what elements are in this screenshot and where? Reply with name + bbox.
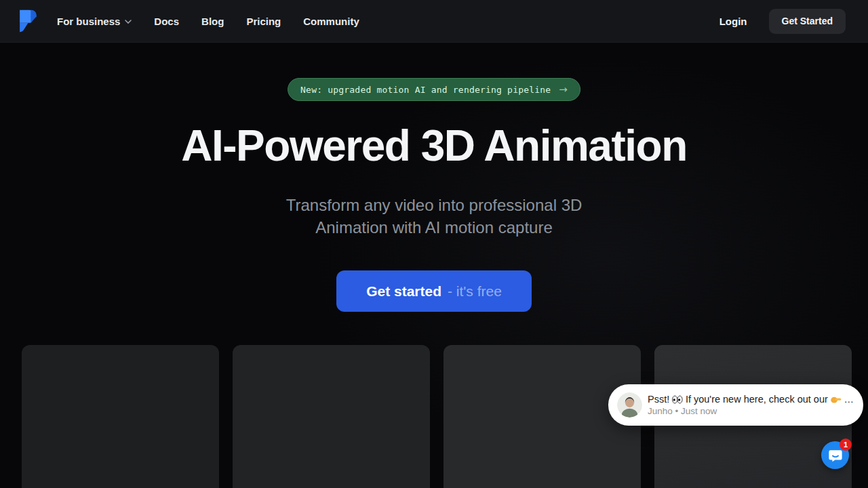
logo-shape-facet (31, 10, 37, 23)
nav-item-blog[interactable]: Blog (201, 16, 224, 27)
nav-item-for-business[interactable]: For business (57, 16, 132, 27)
get-started-nav-button[interactable]: Get Started (769, 9, 846, 34)
unread-count-badge: 1 (840, 439, 852, 451)
chat-bubble-icon (828, 448, 843, 463)
avatar (617, 392, 642, 418)
chat-launcher-button[interactable]: 1 (821, 441, 849, 469)
page-title: AI-Powered 3D Animation (0, 119, 868, 172)
subtitle-line-2: Animation with AI motion capture (0, 216, 868, 239)
cta-secondary-label: - it's free (448, 283, 502, 300)
announcement-text: New: upgraded motion AI and rendering pi… (300, 85, 551, 95)
pointing-right-emoji-icon (831, 395, 842, 404)
logo-shape-tail (20, 23, 28, 32)
chevron-down-icon (125, 20, 132, 24)
login-link[interactable]: Login (719, 16, 747, 27)
nav-links: For business Docs Blog Pricing Community (57, 16, 359, 27)
nav-item-pricing[interactable]: Pricing (246, 16, 281, 27)
arrow-right-icon: → (559, 83, 568, 96)
get-started-cta-button[interactable]: Get started - it's free (336, 270, 532, 312)
top-nav: For business Docs Blog Pricing Community… (0, 0, 868, 43)
nav-item-docs[interactable]: Docs (154, 16, 179, 27)
page-subtitle: Transform any video into professional 3D… (0, 194, 868, 239)
chat-message-prefix: Psst! (648, 394, 669, 405)
logo-shape-main (20, 10, 32, 23)
chat-message-ellipsis: … (844, 394, 854, 405)
subtitle-line-1: Transform any video into professional 3D (0, 194, 868, 216)
eyes-emoji-icon (672, 395, 683, 404)
chat-message-popup[interactable]: Psst! If you're new here, check out our … (608, 384, 863, 426)
nav-item-community[interactable]: Community (303, 16, 359, 27)
plask-logo-icon[interactable] (18, 8, 39, 34)
showcase-card[interactable] (233, 345, 430, 488)
chat-message-meta: Junho • Just now (648, 406, 854, 416)
announcement-badge[interactable]: New: upgraded motion AI and rendering pi… (288, 78, 580, 101)
chat-message-line: Psst! If you're new here, check out our … (648, 394, 854, 405)
chat-message-body: If you're new here, check out our (686, 394, 828, 405)
cta-primary-label: Get started (366, 283, 441, 300)
chat-message-texts: Psst! If you're new here, check out our … (648, 394, 854, 416)
nav-item-label: For business (57, 16, 120, 27)
showcase-card[interactable] (22, 345, 219, 488)
